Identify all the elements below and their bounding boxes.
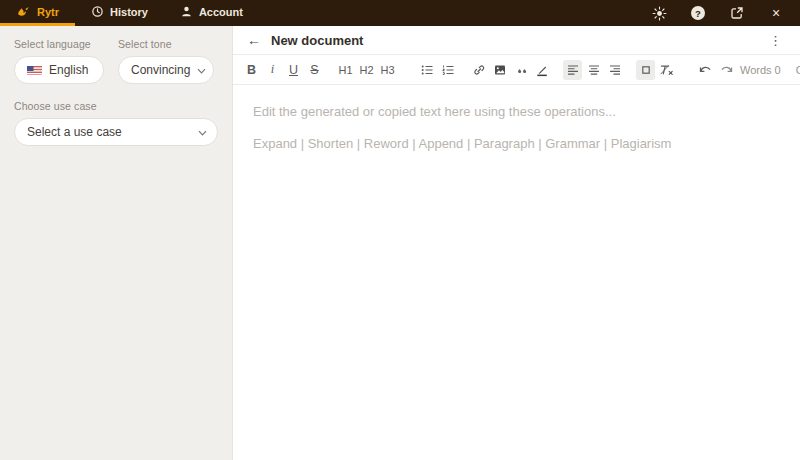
redo-icon[interactable] [717, 60, 736, 80]
tab-account[interactable]: Account [164, 0, 259, 26]
use-case-select[interactable]: Select a use case [14, 118, 218, 146]
language-select[interactable]: English [14, 56, 104, 84]
history-clock-icon [91, 5, 104, 18]
align-center-icon[interactable] [584, 60, 603, 80]
tone-field: Select tone Convincing [118, 38, 214, 84]
language-value: English [49, 63, 88, 77]
h1-button[interactable]: H1 [336, 60, 355, 80]
quote-icon[interactable] [511, 60, 530, 80]
open-in-new-icon[interactable] [729, 5, 745, 21]
chevron-down-icon [95, 63, 104, 77]
editor-area[interactable]: Edit the generated or copied text here u… [233, 85, 800, 460]
ordered-list-icon[interactable] [438, 60, 457, 80]
use-case-value: Select a use case [27, 125, 191, 139]
tone-value: Convincing [131, 63, 190, 77]
editor-pane: ← New document ⋮ B i U S H1 H2 H3 [233, 26, 800, 460]
document-header: ← New document ⋮ [233, 26, 800, 55]
topbar-tabs: Rytr History Account [0, 0, 259, 26]
back-arrow-button[interactable]: ← [247, 33, 261, 47]
bold-button[interactable]: B [242, 60, 261, 80]
tone-label: Select tone [118, 38, 214, 50]
rytr-logo-icon [16, 5, 31, 18]
word-count: Words0 [737, 64, 781, 76]
brightness-icon[interactable] [651, 5, 667, 21]
editor-operations-hint: Expand | Shorten | Reword | Append | Par… [253, 136, 780, 151]
strike-button[interactable]: S [305, 60, 324, 80]
person-icon [180, 5, 193, 18]
h2-button[interactable]: H2 [357, 60, 376, 80]
text-color-pencil-icon[interactable] [532, 60, 551, 80]
tab-history-label: History [110, 6, 148, 18]
tab-account-label: Account [199, 6, 243, 18]
sidebar: Select language [0, 26, 233, 460]
topbar-actions: ? × [651, 0, 800, 26]
character-count: Characters0 [793, 64, 800, 76]
tone-select[interactable]: Convincing [118, 56, 214, 84]
tab-history[interactable]: History [75, 0, 164, 26]
tab-rytr[interactable]: Rytr [0, 0, 75, 26]
editor-placeholder: Edit the generated or copied text here u… [253, 104, 780, 119]
language-label: Select language [14, 38, 104, 50]
chevron-down-icon [198, 125, 207, 139]
underline-button[interactable]: U [284, 60, 303, 80]
app-body: Select language [0, 26, 800, 460]
help-glyph: ? [691, 6, 705, 20]
chevron-down-icon [197, 63, 206, 77]
link-icon[interactable] [469, 60, 488, 80]
counters: Words0 Characters0 [737, 64, 800, 76]
topbar: Rytr History Account [0, 0, 800, 26]
us-flag-icon [27, 65, 42, 75]
tab-rytr-label: Rytr [37, 6, 59, 18]
rytr-app: Rytr History Account [0, 0, 800, 460]
language-tone-row: Select language [14, 38, 218, 84]
language-field: Select language [14, 38, 104, 84]
editor-toolbar: B i U S H1 H2 H3 [233, 55, 800, 85]
image-icon[interactable] [490, 60, 509, 80]
more-options-button[interactable]: ⋮ [765, 33, 786, 48]
clear-format-icon[interactable] [657, 60, 676, 80]
close-icon[interactable]: × [768, 5, 784, 21]
align-right-icon[interactable] [605, 60, 624, 80]
align-left-icon[interactable] [563, 60, 582, 80]
h3-button[interactable]: H3 [378, 60, 397, 80]
use-case-field: Choose use case Select a use case [14, 100, 218, 146]
use-case-label: Choose use case [14, 100, 218, 112]
square-icon[interactable] [636, 60, 655, 80]
undo-icon[interactable] [696, 60, 715, 80]
document-title: New document [271, 33, 363, 48]
italic-button[interactable]: i [263, 60, 282, 80]
help-icon[interactable]: ? [690, 5, 706, 21]
bullet-list-icon[interactable] [417, 60, 436, 80]
